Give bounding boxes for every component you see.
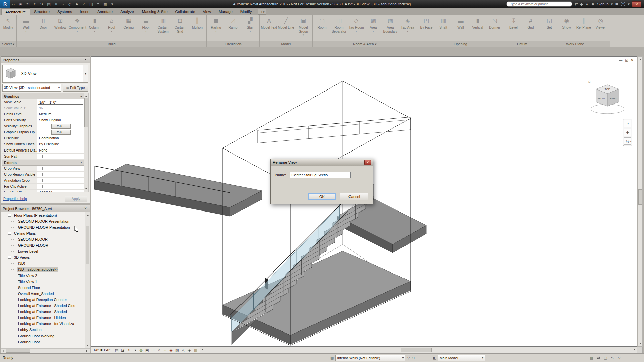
communication-center-icon[interactable]: ◆	[580, 2, 583, 6]
ribbon-button-model-line[interactable]: ╱Model Line	[277, 16, 294, 41]
value-input[interactable]: 1/8" = 1'-0"	[38, 100, 83, 105]
tree-item-looking-at-reception-counter[interactable]: Looking at Reception Counter	[1, 297, 85, 303]
scroll-right-icon[interactable]	[85, 349, 90, 353]
apply-button[interactable]: Apply	[65, 196, 87, 202]
tab-modify[interactable]: Modify	[237, 8, 256, 15]
tab-insert[interactable]: Insert	[76, 8, 93, 15]
ribbon-button-tag-area[interactable]: ◈Tag Area▾	[399, 16, 416, 41]
tree-item-looking-at-entrance-hidden[interactable]: Looking at Entrance - Hidden	[1, 315, 85, 321]
crop-view-icon[interactable]: ▣	[144, 347, 150, 353]
tree-item-ground-floor-working[interactable]: Ground Floor Working	[1, 333, 85, 339]
sync-with-central-icon[interactable]: ⟲	[24, 2, 31, 6]
tree-item-looking-at-entrance-for-visualiza[interactable]: Looking at Entrance - for Visualiza	[1, 321, 85, 327]
checkbox[interactable]	[39, 173, 43, 176]
scroll-down-icon[interactable]	[638, 342, 642, 346]
scrollbar-thumb[interactable]	[84, 98, 88, 127]
panel-label-circulation[interactable]: Circulation	[207, 41, 259, 47]
print-icon[interactable]: ▤	[45, 2, 52, 6]
editable-only-toggle[interactable]: ⇄	[597, 356, 600, 360]
scrollbar-thumb[interactable]	[6, 349, 30, 353]
tab-collaborate[interactable]: Collaborate	[172, 8, 199, 15]
scroll-down-icon[interactable]	[85, 344, 90, 348]
ribbon-button-model-group[interactable]: ▣Model Group▾	[294, 16, 312, 41]
text-icon[interactable]: A	[73, 2, 80, 6]
scroll-up-icon[interactable]	[638, 57, 642, 61]
type-selector[interactable]: 3D View ▾	[2, 65, 88, 83]
tree-item-looking-at-entrance-shaded-clos[interactable]: Looking at Entrance - Shaded Clos	[1, 303, 85, 309]
panel-label-build[interactable]: Build	[17, 41, 206, 47]
full-navigation-wheel-icon[interactable]: ◔	[624, 120, 631, 127]
tab-massing-site[interactable]: Massing & Site	[138, 8, 171, 15]
ribbon-state-toggle[interactable]: ⊡ ▾	[258, 9, 266, 15]
ribbon-button-area[interactable]: ▨Area▾	[365, 16, 382, 41]
ribbon-button-ceiling[interactable]: ▦Ceiling	[120, 16, 137, 41]
dialog-titlebar[interactable]: Rename View ✕	[271, 159, 373, 166]
ribbon-button-wall[interactable]: ▬Wall▾	[17, 16, 35, 41]
ribbon-button-area-boundary[interactable]: ▧Area Boundary	[382, 16, 399, 41]
ribbon-button-room[interactable]: ▢Room	[313, 16, 330, 41]
measure-icon[interactable]: ⌀	[52, 2, 59, 6]
revit-logo-icon[interactable]: R	[0, 0, 10, 8]
tree-item-3d-views[interactable]: −3D Views	[1, 254, 85, 260]
thin-lines-icon[interactable]: ≡	[95, 2, 102, 6]
tab-systems[interactable]: Systems	[54, 8, 76, 15]
shadows-icon[interactable]: ◑	[132, 347, 138, 353]
reveal-hidden-elements-icon[interactable]: ◉	[168, 347, 174, 353]
canvas-hscrollbar[interactable]	[200, 347, 637, 353]
tree-item-lobby-section[interactable]: Lobby Section	[1, 327, 85, 333]
ribbon-button-wall[interactable]: ▬Wall	[452, 16, 469, 41]
scrollbar-thumb[interactable]	[86, 226, 89, 264]
edit-type-button[interactable]: ▦ Edit Type	[63, 84, 88, 92]
scrollbar-thumb[interactable]	[401, 348, 432, 352]
redo-icon[interactable]: ↷	[38, 2, 45, 6]
properties-header[interactable]: Properties ✕	[1, 57, 90, 63]
ribbon-button-column[interactable]: ▮Column▾	[86, 16, 103, 41]
tree-item-overall-axon-shaded[interactable]: Overall Axon_Shaded	[1, 291, 85, 297]
close-icon[interactable]: ✕	[364, 160, 371, 165]
ribbon-button-viewer[interactable]: ◎Viewer	[592, 16, 609, 41]
tab-structure[interactable]: Structure	[30, 8, 53, 15]
show-rendering-dialog-icon[interactable]: ◍	[138, 347, 144, 353]
aligned-dimension-icon[interactable]: ↔	[59, 2, 66, 6]
section-header-extents[interactable]: Extents▴	[2, 160, 84, 166]
panel-label-select[interactable]: Select ▾	[0, 41, 16, 47]
close-view-icon[interactable]: ✕	[631, 58, 634, 62]
scroll-left-icon[interactable]	[200, 347, 205, 351]
tab-analyze[interactable]: Analyze	[117, 8, 138, 15]
scroll-up-icon[interactable]	[84, 93, 88, 98]
ribbon-button-tag-room[interactable]: ◇Tag Room▾	[347, 16, 365, 41]
panel-label-work-plane[interactable]: Work Plane	[540, 41, 610, 47]
collapse-box-icon[interactable]: −	[8, 232, 11, 235]
tree-item-second-floor[interactable]: Second Floor	[1, 285, 85, 291]
close-icon[interactable]: ✕	[83, 206, 88, 211]
pan-icon[interactable]: ✚	[624, 129, 631, 136]
edit-button[interactable]: Edit...	[51, 124, 71, 129]
cancel-button[interactable]: Cancel	[340, 193, 368, 200]
ribbon-button-dormer[interactable]: ◹Dormer	[486, 16, 503, 41]
worksharing-display-icon[interactable]: ▥	[192, 347, 198, 353]
ribbon-button-show[interactable]: ◉Show	[558, 16, 575, 41]
ribbon-button-ramp[interactable]: ◿Ramp	[224, 16, 241, 41]
tree-item-3d-sabutler-autodesk[interactable]: {3D - sabutler.autodesk}	[1, 266, 85, 273]
exchange-apps-icon[interactable]: ⇄	[575, 2, 578, 6]
ribbon-button-modify[interactable]: ↖Modify	[1, 16, 16, 41]
tree-item-title-view-1[interactable]: Title View 1	[1, 279, 85, 285]
design-options-icon[interactable]: ◧	[433, 356, 436, 360]
show-analytical-model-icon[interactable]: ◬	[180, 347, 186, 353]
sun-path-icon[interactable]: ☀	[126, 347, 132, 353]
scrollbar-thumb[interactable]	[638, 189, 642, 205]
ribbon-button-level[interactable]: ↧Level	[505, 16, 522, 41]
design-option-select[interactable]: Main Model ▾	[438, 355, 485, 361]
value-text[interactable]: Show Original	[39, 118, 61, 122]
close-hidden-windows-icon[interactable]: ▦	[102, 2, 109, 6]
ribbon-button-model-text[interactable]: AModel Text	[260, 16, 277, 41]
customize-quick-access-icon[interactable]: ▾	[109, 2, 116, 6]
ribbon-button-door[interactable]: ▯Door	[35, 16, 52, 41]
tree-item-second-floor[interactable]: SECOND FLOOR	[1, 236, 85, 242]
minimize-view-icon[interactable]: —	[619, 58, 622, 62]
project-browser-hscrollbar[interactable]	[1, 348, 90, 353]
checkbox[interactable]	[39, 185, 43, 188]
ribbon-button-by-face[interactable]: ◳By Face	[418, 16, 435, 41]
ribbon-button-floor[interactable]: ▤Floor▾	[137, 16, 154, 41]
search-input[interactable]	[506, 1, 572, 7]
